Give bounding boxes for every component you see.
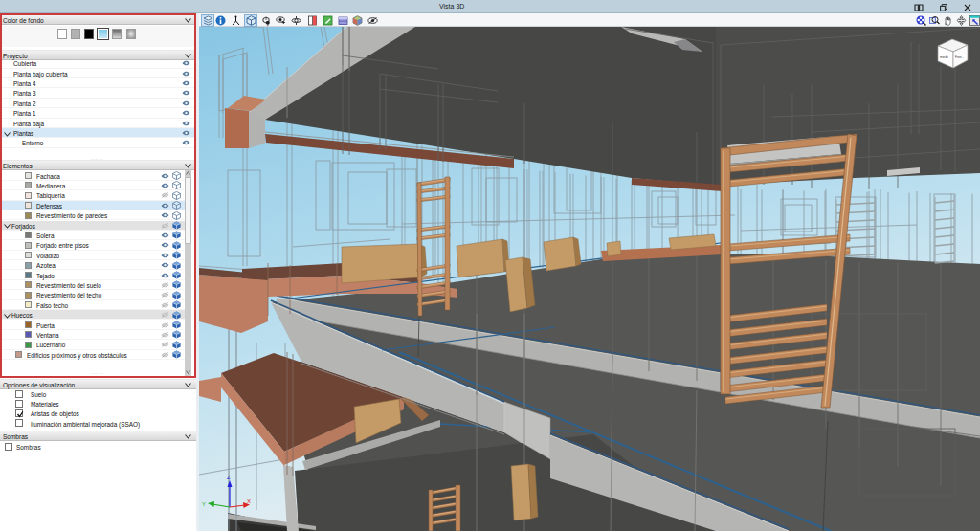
svg-text:Y: Y: [202, 501, 206, 507]
svg-text:miedo: miedo: [940, 55, 948, 59]
svg-text:X: X: [247, 498, 251, 504]
svg-text:Z: Z: [227, 475, 231, 480]
svg-text:Fren..: Fren..: [955, 55, 963, 59]
